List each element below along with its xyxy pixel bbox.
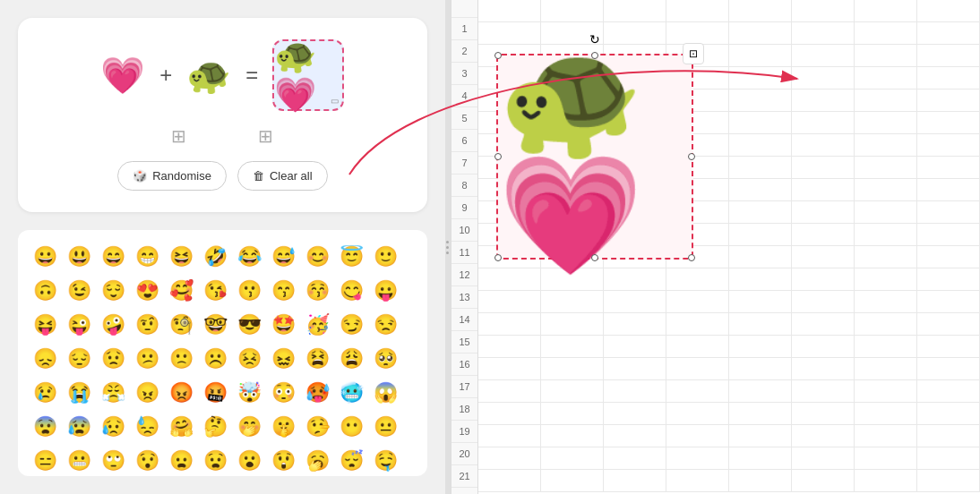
- grid-cell[interactable]: [604, 291, 666, 313]
- emoji-cell[interactable]: 😌: [97, 275, 129, 307]
- emoji-cell[interactable]: 😕: [131, 343, 163, 375]
- grid-cell[interactable]: [855, 246, 917, 268]
- emoji-cell[interactable]: 😴: [335, 445, 367, 476]
- grid-cell[interactable]: [792, 246, 855, 268]
- grid-cell[interactable]: [917, 380, 980, 403]
- emoji-cell[interactable]: 😣: [233, 343, 265, 375]
- emoji-cell[interactable]: 😢: [29, 377, 61, 409]
- emoji-cell[interactable]: 😖: [267, 343, 299, 375]
- grid-cell[interactable]: [541, 291, 604, 313]
- emoji-cell[interactable]: 🥵: [301, 377, 333, 409]
- grid-cell[interactable]: [541, 336, 604, 358]
- grid-cell[interactable]: [855, 291, 917, 313]
- grid-cell[interactable]: [478, 291, 541, 313]
- emoji-cell[interactable]: 😅: [267, 241, 299, 273]
- clear-button[interactable]: 🗑 Clear all: [237, 161, 328, 191]
- grid-cell[interactable]: [541, 447, 604, 470]
- emoji-cell[interactable]: 😩: [335, 343, 367, 375]
- grid-cell[interactable]: [729, 45, 792, 67]
- grid-cell[interactable]: [917, 358, 980, 380]
- grid-cell[interactable]: [729, 470, 792, 492]
- emoji-cell[interactable]: 😤: [97, 377, 129, 409]
- emoji-cell[interactable]: 😥: [97, 411, 129, 443]
- grid-cell[interactable]: [729, 112, 792, 134]
- grid-cell[interactable]: [541, 470, 604, 492]
- grid-cell[interactable]: [604, 313, 666, 336]
- emoji-cell[interactable]: 😆: [165, 241, 197, 273]
- grid-cell[interactable]: [855, 157, 917, 179]
- emoji-cell[interactable]: 😞: [29, 343, 61, 375]
- grid-cell[interactable]: [917, 447, 980, 470]
- emoji-cell[interactable]: 🤗: [165, 411, 197, 443]
- grid-cell[interactable]: [666, 447, 729, 470]
- grid-cell[interactable]: [792, 336, 855, 358]
- emoji-cell[interactable]: 😂: [233, 241, 265, 273]
- emoji-cell[interactable]: 😭: [63, 377, 95, 409]
- grid-cell[interactable]: [855, 89, 917, 112]
- grid-cell[interactable]: [729, 268, 792, 291]
- grid-cell[interactable]: [792, 201, 855, 224]
- resize-handle-bl[interactable]: [494, 254, 502, 261]
- grid-cell[interactable]: [792, 22, 855, 45]
- emoji-cell[interactable]: 🙃: [29, 275, 61, 307]
- grid-cell[interactable]: [917, 336, 980, 358]
- grid-cell[interactable]: [729, 67, 792, 89]
- emoji-cell[interactable]: 😧: [199, 445, 231, 476]
- emoji-cell[interactable]: 😦: [165, 445, 197, 476]
- grid-cell[interactable]: [604, 336, 666, 358]
- grid-cell[interactable]: [541, 0, 604, 22]
- grid-cell[interactable]: [604, 380, 666, 403]
- grid-cell[interactable]: [792, 291, 855, 313]
- grid-cell[interactable]: [855, 224, 917, 246]
- grid-cell[interactable]: [729, 179, 792, 201]
- emoji-cell[interactable]: 😉: [63, 275, 95, 307]
- grid-cell[interactable]: [729, 425, 792, 447]
- grid-cell[interactable]: [604, 358, 666, 380]
- grid-cell[interactable]: [792, 268, 855, 291]
- emoji-cell[interactable]: 😰: [63, 411, 95, 443]
- resize-handle-tm[interactable]: [591, 52, 598, 59]
- grid-cell[interactable]: [729, 224, 792, 246]
- grid-cell[interactable]: [917, 67, 980, 89]
- emoji-cell[interactable]: 😓: [131, 411, 163, 443]
- grid-cell[interactable]: [541, 403, 604, 425]
- grid-cell[interactable]: [666, 403, 729, 425]
- emoji-cell[interactable]: 🤭: [233, 411, 265, 443]
- grid-cell[interactable]: [917, 157, 980, 179]
- emoji-cell[interactable]: 🙂: [369, 241, 401, 273]
- grid-cell[interactable]: [792, 67, 855, 89]
- grid-cell[interactable]: [917, 470, 980, 492]
- emoji-cell[interactable]: 😑: [29, 445, 61, 476]
- emoji-cell[interactable]: 🤩: [267, 309, 299, 341]
- emoji-cell[interactable]: 😫: [301, 343, 333, 375]
- grid-cell[interactable]: [541, 425, 604, 447]
- emoji-cell[interactable]: 🤯: [233, 377, 265, 409]
- emoji1[interactable]: 💗: [100, 57, 145, 93]
- emoji-cell[interactable]: 🥺: [369, 343, 401, 375]
- emoji-cell[interactable]: 🤓: [199, 309, 231, 341]
- grid-cell[interactable]: [855, 0, 917, 22]
- emoji-cell[interactable]: 😒: [369, 309, 401, 341]
- grid-cell[interactable]: [792, 470, 855, 492]
- grid-cell[interactable]: [478, 470, 541, 492]
- grid-cell[interactable]: [729, 313, 792, 336]
- spreadsheet-emoji-display[interactable]: 🐢💗 ↻ ⊡: [496, 54, 693, 260]
- grid-cell[interactable]: [666, 291, 729, 313]
- grid-cell[interactable]: [729, 22, 792, 45]
- grid-cell[interactable]: [855, 425, 917, 447]
- resize-handle-tl[interactable]: [494, 52, 502, 59]
- emoji-cell[interactable]: 🙁: [165, 343, 197, 375]
- grid-cell[interactable]: [541, 380, 604, 403]
- grid-cell[interactable]: [792, 89, 855, 112]
- grid-cell[interactable]: [729, 336, 792, 358]
- grid-cell[interactable]: [666, 380, 729, 403]
- emoji-cell[interactable]: 😍: [131, 275, 163, 307]
- grid-cell[interactable]: [666, 0, 729, 22]
- grid-cell[interactable]: [729, 201, 792, 224]
- grid-cell[interactable]: [604, 470, 666, 492]
- grid-cell[interactable]: [855, 336, 917, 358]
- grid-cell[interactable]: [478, 313, 541, 336]
- grid-cell[interactable]: [478, 403, 541, 425]
- emoji-cell[interactable]: 🤪: [97, 309, 129, 341]
- emoji-cell[interactable]: 😝: [29, 309, 61, 341]
